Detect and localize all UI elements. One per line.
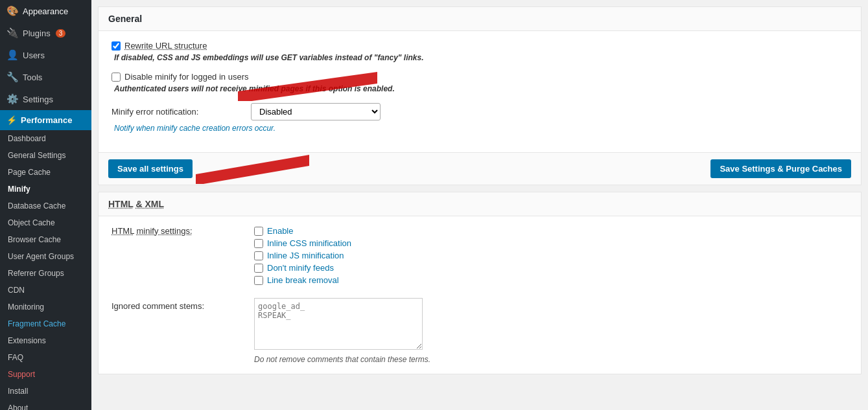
html-settings-row: HTML minify settings: Enable Inline CSS …: [99, 216, 861, 295]
sidebar-item-settings[interactable]: ⚙️ Settings: [0, 88, 91, 110]
inline-css-label[interactable]: Inline CSS minification: [254, 238, 351, 248]
xml-label: XML: [145, 199, 165, 209]
main-content: General Rewrite URL structure If disable…: [91, 0, 868, 410]
html-minify-options: Enable Inline CSS minification Inline JS…: [254, 226, 351, 285]
inline-js-checkbox[interactable]: [254, 251, 263, 260]
plugins-badge: 3: [56, 29, 66, 38]
sidebar: 🎨 Appearance 🔌 Plugins 3 👤 Users 🔧 Tools…: [0, 0, 91, 410]
inline-js-label[interactable]: Inline JS minification: [254, 251, 351, 260]
sidebar-item-page-cache[interactable]: Page Cache: [0, 164, 91, 181]
ignored-comment-hint: Do not remove comments that contain thes…: [254, 355, 430, 364]
sidebar-section-performance[interactable]: ⚡ Performance: [0, 110, 91, 130]
general-section-title: General: [99, 7, 861, 31]
inline-js-option: Inline JS minification: [267, 251, 344, 260]
sidebar-item-plugins[interactable]: 🔌 Plugins 3: [0, 22, 91, 44]
disable-minify-label[interactable]: Disable minify for logged in users: [111, 72, 848, 82]
rewrite-url-label[interactable]: Rewrite URL structure: [111, 41, 848, 51]
inline-css-option: Inline CSS minification: [267, 238, 351, 248]
ignored-comment-area: Do not remove comments that contain thes…: [254, 298, 430, 364]
minify-error-select[interactable]: Disabled Email Dashboard: [251, 103, 381, 120]
dont-minify-feeds-option: Don't minify feeds: [267, 263, 334, 273]
red-arrow-annotation-1: [235, 65, 397, 101]
action-row: Save all settings Save Settings & Purge …: [99, 152, 861, 185]
sidebar-item-referrer-groups[interactable]: Referrer Groups: [0, 265, 91, 282]
red-arrow-annotation-2: [193, 152, 322, 184]
minify-error-label: Minify error notification:: [111, 107, 241, 117]
minify-error-row: Minify error notification: Disabled Emai…: [111, 103, 848, 133]
svg-marker-4: [196, 155, 309, 184]
dont-minify-feeds-checkbox[interactable]: [254, 264, 263, 273]
sidebar-item-dashboard[interactable]: Dashboard: [0, 130, 91, 147]
inline-css-checkbox[interactable]: [254, 239, 263, 248]
line-break-label[interactable]: Line break removal: [254, 275, 351, 285]
sidebar-item-faq[interactable]: FAQ: [0, 349, 91, 366]
users-icon: 👤: [6, 49, 19, 61]
sidebar-item-about[interactable]: About: [0, 400, 91, 410]
minify-error-hint: Notify when minify cache creation errors…: [114, 124, 848, 133]
sidebar-item-tools[interactable]: 🔧 Tools: [0, 66, 91, 88]
html-minify-enable-checkbox[interactable]: [254, 227, 263, 236]
sidebar-item-monitoring[interactable]: Monitoring: [0, 299, 91, 315]
sidebar-item-install[interactable]: Install: [0, 383, 91, 400]
ignored-comment-label: Ignored comment stems:: [111, 298, 241, 364]
line-break-checkbox[interactable]: [254, 276, 263, 285]
appearance-icon: 🎨: [6, 5, 19, 17]
save-all-settings-button[interactable]: Save all settings: [108, 159, 193, 178]
sidebar-item-object-cache[interactable]: Object Cache: [0, 214, 91, 231]
plugins-icon: 🔌: [6, 27, 19, 39]
sidebar-item-appearance[interactable]: 🎨 Appearance: [0, 0, 91, 22]
disable-minify-checkbox[interactable]: [111, 73, 121, 82]
html-minify-enable-label[interactable]: Enable: [254, 226, 351, 236]
rewrite-url-row: Rewrite URL structure If disabled, CSS a…: [111, 41, 848, 62]
sidebar-item-fragment-cache[interactable]: Fragment Cache: [0, 315, 91, 332]
sidebar-item-database-cache[interactable]: Database Cache: [0, 198, 91, 214]
ignored-comment-textarea[interactable]: [254, 298, 423, 350]
save-settings-purge-button[interactable]: Save Settings & Purge Caches: [710, 159, 851, 178]
general-section-body: Rewrite URL structure If disabled, CSS a…: [99, 31, 861, 152]
html-label: HTML: [108, 199, 134, 209]
enable-option: Enable: [267, 226, 293, 236]
settings-icon: ⚙️: [6, 93, 19, 105]
sidebar-item-cdn[interactable]: CDN: [0, 282, 91, 299]
html-xml-header: HTML & XML: [99, 192, 861, 216]
sidebar-item-users[interactable]: 👤 Users: [0, 44, 91, 66]
sidebar-item-support[interactable]: Support: [0, 366, 91, 383]
rewrite-url-checkbox[interactable]: [111, 41, 121, 51]
disable-minify-row: Disable minify for logged in users Authe…: [111, 72, 848, 93]
line-break-option: Line break removal: [267, 275, 339, 285]
sidebar-item-user-agent-groups[interactable]: User Agent Groups: [0, 248, 91, 265]
html-minify-label: HTML minify settings:: [111, 226, 241, 285]
tools-icon: 🔧: [6, 71, 19, 83]
dont-minify-feeds-label[interactable]: Don't minify feeds: [254, 263, 351, 273]
sidebar-item-extensions[interactable]: Extensions: [0, 332, 91, 349]
html-xml-section: HTML & XML HTML minify settings: Enable …: [98, 192, 862, 374]
sidebar-item-minify[interactable]: Minify: [0, 181, 91, 198]
disable-minify-hint: Authenticated users will not receive min…: [114, 84, 848, 93]
rewrite-url-hint: If disabled, CSS and JS embeddings will …: [114, 53, 848, 62]
performance-icon: ⚡: [6, 115, 17, 125]
ignored-comment-row: Ignored comment stems: Do not remove com…: [99, 295, 861, 374]
sidebar-item-general-settings[interactable]: General Settings: [0, 147, 91, 164]
general-section: General Rewrite URL structure If disable…: [98, 6, 862, 185]
sidebar-item-browser-cache[interactable]: Browser Cache: [0, 231, 91, 248]
